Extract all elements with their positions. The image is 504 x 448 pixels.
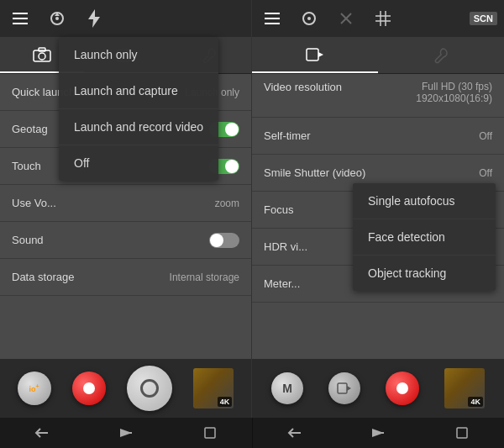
geotag-label: Geotag — [12, 123, 48, 135]
video-resolution-item[interactable]: Video resolution Full HD (30 fps) 1920x1… — [252, 74, 504, 118]
self-timer-label: Self-timer — [264, 129, 311, 142]
special-mode-button[interactable]: io+ — [18, 372, 51, 405]
scn-badge[interactable]: SCN — [470, 12, 497, 25]
left-dropdown-menu: Launch only Launch and capture Launch an… — [59, 37, 218, 181]
left-panel: Quick launch Launch only Geotag Touch Us… — [0, 0, 252, 418]
nav-bar-container — [0, 418, 504, 448]
svg-point-7 — [39, 53, 45, 60]
right-tab-wrench[interactable] — [378, 37, 504, 73]
record-button[interactable] — [72, 372, 106, 405]
dropdown-face-detection[interactable]: Face detection — [353, 219, 496, 256]
touch-label: Touch — [12, 160, 41, 172]
dropdown-object-tracking[interactable]: Object tracking — [353, 256, 496, 291]
data-storage-item[interactable]: Data storage Internal storage — [0, 259, 251, 296]
rotate-icon[interactable] — [44, 5, 71, 32]
flash-icon[interactable] — [81, 5, 108, 32]
dropdown-launch-capture[interactable]: Launch and capture — [59, 73, 218, 109]
cam-video-button[interactable] — [328, 372, 360, 404]
right-record-dot — [396, 382, 408, 394]
svg-marker-23 — [318, 52, 323, 57]
svg-rect-12 — [265, 18, 280, 19]
right-settings-tabs — [252, 37, 504, 74]
svg-marker-5 — [88, 9, 100, 28]
svg-rect-2 — [13, 23, 28, 24]
video-resolution-label: Video resolution — [264, 81, 342, 93]
right-nav-bar — [252, 418, 504, 448]
svg-rect-24 — [338, 383, 347, 393]
record-dot — [83, 382, 95, 394]
smile-shutter-value: Off — [479, 167, 492, 179]
svg-marker-25 — [347, 386, 351, 391]
right-panel: SCN Video resolution Full HD (30 fps) 19… — [252, 0, 504, 418]
svg-rect-13 — [265, 23, 280, 24]
right-back-icon[interactable] — [278, 418, 312, 448]
sound-toggle[interactable] — [209, 233, 239, 248]
right-grid-icon[interactable] — [370, 5, 396, 32]
shutter-button[interactable] — [127, 366, 172, 411]
dropdown-launch-only[interactable]: Launch only — [59, 37, 218, 73]
svg-rect-31 — [457, 428, 467, 438]
use-vo-value: zoom — [215, 198, 239, 209]
dropdown-launch-record[interactable]: Launch and record video — [59, 109, 218, 145]
left-forward-icon[interactable] — [109, 418, 143, 448]
video-resolution-value2: 1920x1080(16:9) — [416, 92, 492, 104]
right-bottom-bar: M 4K — [252, 359, 504, 418]
svg-rect-28 — [205, 428, 215, 438]
focus-label: Focus — [264, 203, 293, 216]
data-storage-value: Internal storage — [170, 271, 239, 283]
left-toolbar — [0, 0, 251, 37]
svg-rect-11 — [265, 13, 280, 14]
svg-rect-22 — [307, 49, 318, 61]
mode-m-label: M — [282, 382, 292, 395]
right-dropdown-menu: Single autofocus Face detection Object t… — [353, 183, 496, 291]
video-resolution-value1: Full HD (30 fps) — [416, 81, 492, 92]
svg-rect-8 — [39, 48, 45, 51]
left-bottom-bar: io+ 4K — [0, 359, 251, 418]
svg-point-15 — [307, 17, 311, 20]
right-menu-icon[interactable] — [259, 5, 286, 32]
svg-point-4 — [55, 17, 59, 20]
right-forward-icon[interactable] — [361, 418, 395, 448]
thumbnail-4k-badge: 4K — [218, 397, 233, 407]
dropdown-single-autofocus[interactable]: Single autofocus — [353, 183, 496, 219]
right-rotate-icon[interactable] — [296, 5, 323, 32]
hdr-label: HDR vi... — [264, 240, 307, 253]
use-vo-item[interactable]: Use Vo... zoom — [0, 185, 251, 222]
dropdown-off[interactable]: Off — [59, 145, 218, 181]
sound-item[interactable]: Sound — [0, 222, 251, 259]
left-nav-bar — [0, 418, 252, 448]
self-timer-item[interactable]: Self-timer Off — [252, 118, 504, 155]
use-vo-label: Use Vo... — [12, 197, 56, 209]
self-timer-value: Off — [479, 130, 492, 142]
right-cross-icon[interactable] — [333, 5, 360, 32]
left-home-icon[interactable] — [193, 418, 227, 448]
shutter-icon — [140, 379, 159, 398]
thumbnail-left[interactable]: 4K — [193, 368, 234, 408]
data-storage-label: Data storage — [12, 271, 74, 283]
smile-shutter-label: Smile Shutter (video) — [264, 166, 365, 179]
right-tab-video[interactable] — [252, 37, 378, 73]
thumbnail-right[interactable]: 4K — [444, 368, 485, 408]
menu-icon[interactable] — [7, 5, 34, 32]
mode-m-button[interactable]: M — [271, 372, 303, 404]
meter-label: Meter... — [264, 277, 300, 290]
sound-label: Sound — [12, 234, 44, 246]
right-record-button[interactable] — [386, 372, 419, 405]
special-mode-label: io+ — [29, 383, 39, 393]
right-home-icon[interactable] — [445, 418, 479, 448]
right-toolbar: SCN — [252, 0, 504, 37]
svg-rect-0 — [13, 13, 28, 14]
svg-rect-1 — [13, 18, 28, 19]
left-back-icon[interactable] — [25, 418, 59, 448]
right-thumbnail-4k-badge: 4K — [468, 397, 483, 407]
